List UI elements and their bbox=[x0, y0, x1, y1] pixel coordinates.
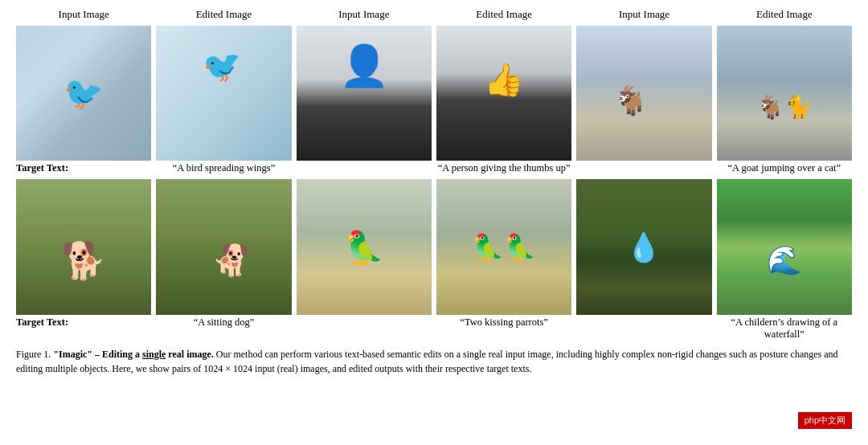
row1-person-caption: “A person giving the thumbs up” bbox=[436, 162, 571, 174]
person-input-image bbox=[297, 26, 432, 161]
row2-waterfall-caption: “A childern’s drawing of a waterfall” bbox=[717, 316, 852, 341]
row1-headers: Input Image Edited Image Input Image Edi… bbox=[16, 8, 852, 23]
row2-empty1 bbox=[297, 316, 432, 341]
row1-bird-caption: “A bird spreading wings” bbox=[156, 162, 291, 174]
bird-input-image bbox=[16, 26, 151, 161]
row1-goat-caption: “A goat jumping over a cat” bbox=[717, 162, 852, 174]
row1-images bbox=[16, 26, 852, 161]
dog-input-image bbox=[16, 179, 151, 314]
watermark: php中文网 bbox=[798, 412, 852, 429]
col2-header-row1: Edited Image bbox=[156, 8, 291, 21]
parrot-edited-image bbox=[436, 179, 571, 314]
row1-empty1 bbox=[297, 162, 432, 174]
col5-header-row1: Input Image bbox=[576, 8, 711, 21]
parrot-input-image bbox=[297, 179, 432, 314]
goat-input-image bbox=[576, 26, 711, 161]
row2-images bbox=[16, 179, 852, 314]
row2-captions: Target Text: “A sitting dog” “Two kissin… bbox=[16, 316, 852, 341]
bird-edited-image bbox=[156, 26, 291, 161]
col4-header-row1: Edited Image bbox=[436, 8, 571, 21]
row2-parrot-caption: “Two kissing parrots” bbox=[436, 316, 571, 341]
waterfall-input-image bbox=[576, 179, 711, 314]
row1-empty2 bbox=[576, 162, 711, 174]
row2-target-label: Target Text: bbox=[16, 316, 151, 341]
row2-dog-caption: “A sitting dog” bbox=[156, 316, 291, 341]
dog-edited-image bbox=[156, 179, 291, 314]
col1-header-row1: Input Image bbox=[16, 8, 151, 21]
row1-target-label: Target Text: bbox=[16, 162, 151, 174]
waterfall-edited-image bbox=[717, 179, 852, 314]
row1-captions: Target Text: “A bird spreading wings” “A… bbox=[16, 162, 852, 174]
figure-number: Figure 1. bbox=[16, 349, 51, 360]
row2-empty2 bbox=[576, 316, 711, 341]
col6-header-row1: Edited Image bbox=[717, 8, 852, 21]
person-edited-image bbox=[436, 26, 571, 161]
figure-caption: Figure 1. "Imagic" – Editing a single re… bbox=[16, 347, 852, 376]
col3-header-row1: Input Image bbox=[297, 8, 432, 21]
goat-edited-image bbox=[717, 26, 852, 161]
